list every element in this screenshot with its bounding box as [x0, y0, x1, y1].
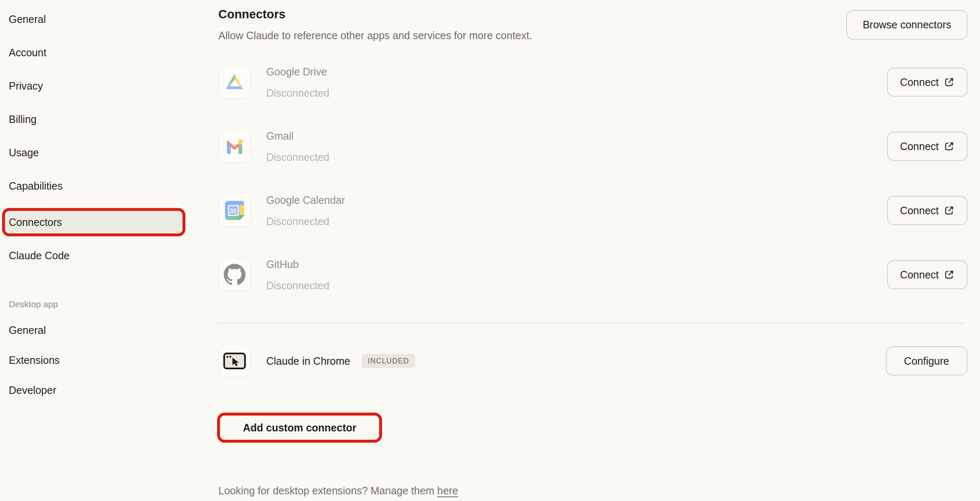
external-link-icon: [944, 205, 955, 216]
connect-label: Connect: [900, 205, 939, 217]
connector-name: Google Drive: [266, 65, 329, 78]
connectors-panel: Connectors Allow Claude to reference oth…: [218, 0, 968, 496]
connector-list: Google Drive Disconnected Connect: [218, 66, 968, 291]
connector-name: GitHub: [266, 258, 329, 271]
included-badge: INCLUDED: [362, 354, 415, 368]
connector-row-google-drive: Google Drive Disconnected Connect: [218, 66, 968, 98]
sidebar-item-usage[interactable]: Usage: [0, 141, 204, 164]
annotation-ring-connectors: Connectors: [2, 208, 185, 236]
external-link-icon: [944, 77, 955, 88]
github-icon: [218, 258, 251, 291]
connector-status: Disconnected: [266, 279, 329, 292]
configure-button[interactable]: Configure: [886, 346, 968, 376]
claude-in-chrome-icon: [218, 345, 251, 377]
sidebar-item-claude-code[interactable]: Claude Code: [0, 244, 204, 267]
sidebar-item-connectors-selected[interactable]: Connectors: [5, 211, 182, 233]
settings-sidebar: General Account Privacy Billing Usage Ca…: [0, 0, 204, 409]
external-link-icon: [944, 269, 955, 280]
google-calendar-icon: 31: [218, 194, 251, 227]
svg-text:31: 31: [230, 208, 237, 214]
google-drive-icon: [218, 66, 251, 98]
connector-name: Google Calendar: [266, 194, 345, 206]
browse-connectors-label: Browse connectors: [862, 19, 951, 31]
sidebar-item-billing[interactable]: Billing: [0, 108, 204, 130]
cursor-arrow-icon: [232, 358, 240, 367]
manage-extensions-link[interactable]: here: [437, 485, 458, 496]
sidebar-section-desktop-app: Desktop app: [0, 298, 204, 311]
connector-name: Claude in Chrome: [266, 355, 350, 367]
sidebar-item-label: General: [9, 13, 46, 25]
connect-label: Connect: [900, 140, 939, 153]
connect-label: Connect: [900, 76, 939, 88]
connect-button-gmail[interactable]: Connect: [887, 132, 968, 161]
sidebar-item-label: Claude Code: [9, 250, 70, 262]
sidebar-item-label: Account: [9, 47, 46, 59]
sidebar-item-label: Privacy: [9, 80, 43, 92]
connector-status: Disconnected: [266, 151, 329, 163]
configure-label: Configure: [904, 355, 949, 367]
connect-button-google-calendar[interactable]: Connect: [887, 196, 968, 225]
sidebar-item-label: Connectors: [9, 216, 62, 228]
add-custom-connector-button[interactable]: Add custom connector: [220, 416, 379, 440]
sidebar-item-account[interactable]: Account: [0, 41, 204, 64]
note-text: Looking for desktop extensions? Manage t…: [218, 485, 437, 496]
sidebar-item-developer[interactable]: Developer: [0, 379, 204, 401]
section-divider: [218, 323, 964, 323]
sidebar-item-label: Extensions: [9, 354, 60, 366]
browse-connectors-button[interactable]: Browse connectors: [846, 10, 968, 40]
connector-name: Gmail: [266, 130, 329, 142]
connector-status: Disconnected: [266, 215, 345, 228]
sidebar-item-general[interactable]: General: [0, 8, 204, 30]
add-custom-connector-label: Add custom connector: [243, 422, 356, 434]
connector-row-gmail: Gmail Disconnected Connect: [218, 130, 968, 163]
annotation-ring-add-custom-connector: Add custom connector: [217, 413, 382, 443]
connect-button-github[interactable]: Connect: [887, 260, 968, 289]
sidebar-item-privacy[interactable]: Privacy: [0, 75, 204, 97]
connector-row-github: GitHub Disconnected Connect: [218, 258, 968, 291]
gmail-icon: [218, 130, 251, 163]
sidebar-item-capabilities[interactable]: Capabilities: [0, 175, 204, 197]
external-link-icon: [944, 141, 955, 152]
desktop-extensions-note: Looking for desktop extensions? Manage t…: [218, 485, 968, 496]
connector-row-google-calendar: 31 Google Calendar Disconnected Connect: [218, 194, 968, 227]
sidebar-item-label: Usage: [9, 147, 39, 159]
connect-label: Connect: [900, 269, 939, 281]
connector-status: Disconnected: [266, 87, 329, 99]
sidebar-item-label: Developer: [9, 384, 56, 396]
sidebar-item-label: General: [9, 324, 46, 336]
sidebar-item-label: Billing: [9, 113, 37, 125]
connector-row-claude-in-chrome: Claude in Chrome INCLUDED Configure: [218, 345, 968, 377]
sidebar-item-extensions[interactable]: Extensions: [0, 349, 204, 371]
sidebar-item-desktop-general[interactable]: General: [0, 319, 204, 341]
sidebar-item-label: Capabilities: [9, 180, 62, 192]
connect-button-google-drive[interactable]: Connect: [887, 68, 968, 97]
